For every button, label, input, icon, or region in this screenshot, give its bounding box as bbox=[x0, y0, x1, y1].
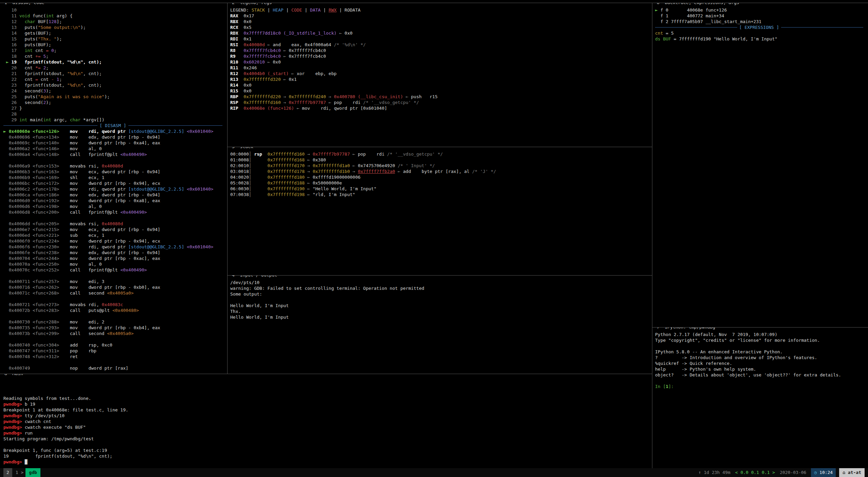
ipython-body[interactable]: Python 2.7.17 (default, Nov 7 2019, 10:0… bbox=[652, 328, 868, 468]
token: ← bbox=[326, 100, 334, 105]
text-line: 0x4006e7 <func+215> mov ecx, dword ptr [… bbox=[3, 227, 227, 232]
token: , cnt); bbox=[83, 83, 102, 88]
tmux-session-badge[interactable]: 2 bbox=[3, 468, 12, 477]
token: ]: bbox=[668, 384, 676, 389]
token: ; bbox=[46, 65, 49, 70]
text-line: In [1]: bbox=[655, 384, 868, 389]
token: 0x4006dd <func+205> bbox=[3, 221, 70, 226]
backtrace-body[interactable]: ► f 0 40068e func+126 f 1 400772 main+34… bbox=[652, 3, 868, 327]
token: 0x7ffff7fcb4c0 bbox=[289, 54, 326, 59]
tmux-status-bar: 2 1 > gdb ↑ 1d 23h 49m < 0.0 0.1 0.1 > 2… bbox=[0, 468, 868, 477]
disasm-code-body[interactable]: 10 11 void func(int arg) { 12 char BUF[1… bbox=[0, 3, 227, 374]
text-line: 22 cnt = cnt - 1; bbox=[3, 76, 227, 82]
token: 0x400747 <func+311> bbox=[3, 348, 70, 353]
text-line: 05:0028│ 0x7fffffffd188 ← 0x50000000e bbox=[230, 180, 652, 186]
token: puts( bbox=[19, 94, 38, 99]
text-line: 20 cnt *= 2; bbox=[3, 65, 227, 71]
token: mov dword ptr [rbp - 0x94], ecx bbox=[70, 181, 160, 186]
token: → bbox=[326, 94, 334, 99]
text-line: 0x4006a2 <func+146> mov al, 0 bbox=[3, 146, 227, 152]
token: 0x7fffffffd1b0 bbox=[313, 169, 350, 174]
stack-body[interactable]: 00:0000│ rsp 0x7fffffffd160 → 0x7ffff7b9… bbox=[228, 147, 652, 275]
token: → bbox=[305, 163, 312, 168]
token: fprintf(stdout, bbox=[19, 83, 67, 88]
uptime-value: 1d 23h 49m bbox=[704, 470, 730, 475]
gdb-console-body[interactable]: Reading symbols from test...done.pwndbg>… bbox=[0, 374, 652, 468]
token: ← bbox=[281, 77, 289, 82]
token: ← bbox=[350, 163, 358, 168]
token: *argv[]) bbox=[80, 117, 104, 122]
token: , cnt); bbox=[83, 71, 102, 76]
token: add rsp, 0xc0 bbox=[70, 342, 112, 348]
token: ); bbox=[80, 25, 86, 30]
token: → bbox=[281, 100, 289, 105]
text-line: 25 puts("Again as it was so nice"); bbox=[3, 94, 227, 100]
token: R12 bbox=[230, 71, 243, 76]
text-line: 18 cnt += 5; bbox=[3, 53, 227, 59]
text-line: R13 0x7fffffffd320 ← 0x1 bbox=[230, 76, 652, 82]
token: R13 bbox=[230, 77, 243, 82]
token: R10 bbox=[230, 59, 243, 65]
token: Hello World, I'm Input bbox=[230, 303, 289, 308]
token: void bbox=[19, 13, 30, 18]
text-line: RSP 0x7fffffffd160 → 0x7ffff7b97787 ← po… bbox=[230, 100, 652, 105]
token: 0x4006a2 <func+146> bbox=[3, 146, 70, 151]
token: mov edi, 3 bbox=[70, 279, 105, 284]
token: 0x4006b9 <func+169> bbox=[3, 175, 70, 180]
token bbox=[19, 48, 25, 53]
token: mov dword ptr [rbp - 0xa8], eax bbox=[70, 198, 160, 203]
text-line: 0x4006c2 <func+178> mov rdi, qword ptr [… bbox=[3, 186, 227, 192]
token: 04:0020 bbox=[230, 175, 249, 180]
registers-body[interactable]: LEGEND: STACK | HEAP | CODE | DATA | RWX… bbox=[228, 3, 652, 147]
token: [stdout@@GLIBC_2.2.5] bbox=[128, 244, 184, 249]
token: mov rdi, qword ptr bbox=[70, 244, 128, 249]
text-line: 0x4006d6 <func+198> mov al, 0 bbox=[3, 204, 227, 209]
text-line: 0x400747 <func+311> pop rbp bbox=[3, 348, 227, 354]
token: 1 bbox=[666, 384, 668, 389]
token: char bbox=[70, 117, 80, 122]
text-line: Type "copyright", "credits" or "license"… bbox=[655, 337, 868, 343]
text-line: 0x40070a <func+250> mov al, 0 bbox=[3, 261, 227, 267]
text-line: Reading symbols from test...done. bbox=[3, 395, 652, 401]
token: shl ecx, 1 bbox=[70, 175, 105, 180]
token: = bbox=[35, 77, 38, 82]
text-line: Hello World, I'm Input bbox=[230, 314, 652, 320]
token: 0x7fffffffd188 bbox=[268, 180, 305, 186]
token: ); bbox=[46, 100, 51, 105]
token: mov dword ptr [rbp - 0xac], eax bbox=[70, 256, 160, 261]
tmux-window-tab-gdb[interactable]: gdb bbox=[25, 468, 40, 477]
token: 0x4006b3 <func+163> bbox=[3, 169, 70, 174]
token: <0x601040> bbox=[187, 244, 213, 249]
token: pwndbg> bbox=[3, 413, 25, 418]
token: 10 bbox=[3, 7, 17, 13]
separator-line bbox=[128, 125, 222, 126]
token: = bbox=[46, 48, 49, 53]
token: += bbox=[35, 54, 41, 59]
program-io-body[interactable]: /dev/pts/10warning: GDB: Failed to set c… bbox=[228, 276, 652, 374]
text-line: pwndbg> █ bbox=[3, 459, 652, 465]
token: call fprintf@plt bbox=[70, 267, 121, 272]
token: 02:0010 bbox=[230, 163, 249, 168]
pane-border-vertical-left[interactable] bbox=[227, 3, 228, 374]
text-line: pwndbg> cwatch cnt bbox=[3, 419, 652, 424]
token: movabs rsi, bbox=[70, 221, 102, 226]
token: 128 bbox=[49, 19, 56, 24]
token: ← bbox=[281, 48, 289, 53]
token: 0x7ffff7ffb2a0 bbox=[358, 169, 395, 174]
token: RWX bbox=[329, 7, 337, 13]
text-line: 16 puts(BUF); bbox=[3, 42, 227, 48]
token: pwndbg> bbox=[3, 425, 25, 430]
token: 0x7fffffffd160 bbox=[243, 100, 281, 105]
text-line: 0x4006d8 <func+200> call fprintf@plt <0x… bbox=[3, 209, 227, 215]
token: 0x7ffff7dd18c0 (_IO_stdfile_1_lock) bbox=[243, 31, 337, 36]
token: 0x400721 <func+273> bbox=[3, 302, 70, 307]
token: 0x1 bbox=[289, 77, 296, 82]
text-line: 0x4006dd <func+205> movabs rsi, 0x40080d bbox=[3, 221, 227, 227]
token: 0x602010 bbox=[243, 59, 265, 65]
token: 0x4006ed <func+221> bbox=[3, 233, 70, 238]
pane-border-vertical-right[interactable] bbox=[652, 3, 652, 468]
token: int bbox=[46, 13, 54, 18]
text-line: 0x400711 <func+257> mov edi, 3 bbox=[3, 279, 227, 284]
token: <0x601040> bbox=[187, 129, 213, 134]
token: 0x0 bbox=[273, 59, 281, 65]
